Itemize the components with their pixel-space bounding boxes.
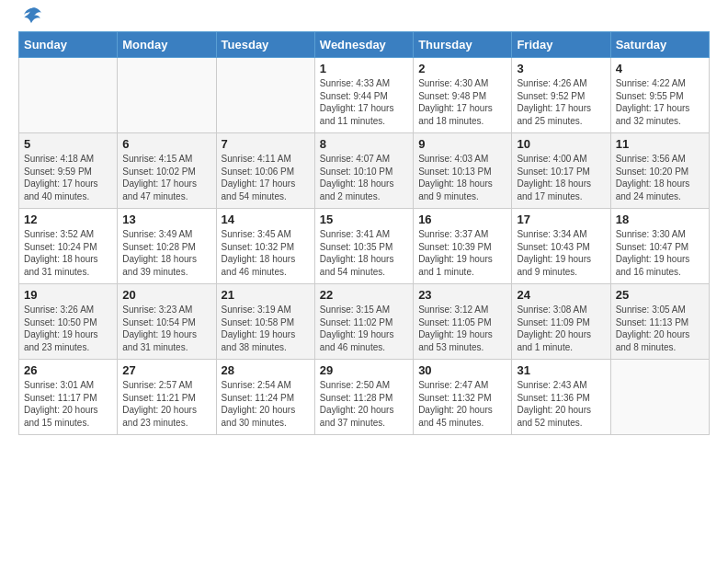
weekday-header-row: SundayMondayTuesdayWednesdayThursdayFrid… [19, 32, 710, 58]
day-number: 6 [122, 137, 210, 151]
calendar-day-16: 16Sunrise: 3:37 AM Sunset: 10:39 PM Dayl… [414, 209, 512, 284]
calendar-week-row: 5Sunrise: 4:18 AM Sunset: 9:59 PM Daylig… [19, 133, 710, 209]
calendar-day-3: 3Sunrise: 4:26 AM Sunset: 9:52 PM Daylig… [512, 58, 610, 133]
day-number: 22 [320, 288, 408, 302]
day-info: Sunrise: 3:49 AM Sunset: 10:28 PM Daylig… [122, 228, 210, 278]
day-info: Sunrise: 3:19 AM Sunset: 10:58 PM Daylig… [222, 304, 310, 353]
weekday-header-saturday: Saturday [610, 32, 709, 58]
calendar-day-12: 12Sunrise: 3:52 AM Sunset: 10:24 PM Dayl… [19, 209, 118, 284]
day-number: 21 [222, 288, 310, 302]
calendar-day-21: 21Sunrise: 3:19 AM Sunset: 10:58 PM Dayl… [216, 284, 314, 360]
day-number: 3 [517, 62, 605, 75]
logo [18, 15, 42, 26]
day-info: Sunrise: 3:45 AM Sunset: 10:32 PM Daylig… [222, 228, 310, 278]
calendar-week-row: 1Sunrise: 4:33 AM Sunset: 9:44 PM Daylig… [19, 58, 710, 133]
day-number: 10 [517, 137, 605, 151]
day-number: 29 [320, 363, 408, 377]
day-info: Sunrise: 4:26 AM Sunset: 9:52 PM Dayligh… [517, 77, 605, 127]
day-number: 13 [122, 213, 210, 226]
day-info: Sunrise: 3:01 AM Sunset: 11:17 PM Daylig… [24, 379, 112, 429]
day-info: Sunrise: 4:30 AM Sunset: 9:48 PM Dayligh… [418, 77, 506, 127]
day-info: Sunrise: 4:18 AM Sunset: 9:59 PM Dayligh… [24, 153, 112, 202]
day-info: Sunrise: 2:47 AM Sunset: 11:32 PM Daylig… [418, 379, 506, 429]
calendar-day-6: 6Sunrise: 4:15 AM Sunset: 10:02 PM Dayli… [118, 133, 216, 209]
day-info: Sunrise: 3:41 AM Sunset: 10:35 PM Daylig… [320, 228, 408, 278]
day-info: Sunrise: 2:50 AM Sunset: 11:28 PM Daylig… [320, 379, 408, 429]
day-info: Sunrise: 3:34 AM Sunset: 10:43 PM Daylig… [517, 228, 605, 278]
day-info: Sunrise: 4:07 AM Sunset: 10:10 PM Daylig… [320, 153, 408, 202]
day-number: 7 [222, 137, 310, 151]
day-info: Sunrise: 4:03 AM Sunset: 10:13 PM Daylig… [418, 153, 506, 202]
day-number: 20 [122, 288, 210, 302]
day-number: 16 [418, 213, 506, 226]
day-number: 9 [418, 137, 506, 151]
day-number: 31 [517, 363, 605, 377]
day-number: 4 [616, 62, 704, 75]
calendar-day-5: 5Sunrise: 4:18 AM Sunset: 9:59 PM Daylig… [19, 133, 118, 209]
day-info: Sunrise: 3:08 AM Sunset: 11:09 PM Daylig… [517, 304, 605, 353]
calendar-day-27: 27Sunrise: 2:57 AM Sunset: 11:21 PM Dayl… [118, 360, 216, 435]
calendar-day-10: 10Sunrise: 4:00 AM Sunset: 10:17 PM Dayl… [512, 133, 610, 209]
day-number: 8 [320, 137, 408, 151]
calendar-day-8: 8Sunrise: 4:07 AM Sunset: 10:10 PM Dayli… [314, 133, 413, 209]
day-info: Sunrise: 3:12 AM Sunset: 11:05 PM Daylig… [418, 304, 506, 353]
day-number: 27 [122, 363, 210, 377]
day-number: 25 [616, 288, 704, 302]
day-number: 28 [222, 363, 310, 377]
day-number: 17 [517, 213, 605, 226]
day-info: Sunrise: 3:56 AM Sunset: 10:20 PM Daylig… [616, 153, 704, 202]
calendar-day-19: 19Sunrise: 3:26 AM Sunset: 10:50 PM Dayl… [19, 284, 118, 360]
weekday-header-thursday: Thursday [414, 32, 512, 58]
calendar-day-empty [118, 58, 216, 133]
day-info: Sunrise: 2:54 AM Sunset: 11:24 PM Daylig… [222, 379, 310, 429]
calendar-day-23: 23Sunrise: 3:12 AM Sunset: 11:05 PM Dayl… [414, 284, 512, 360]
day-info: Sunrise: 3:37 AM Sunset: 10:39 PM Daylig… [418, 228, 506, 278]
weekday-header-friday: Friday [512, 32, 610, 58]
weekday-header-wednesday: Wednesday [314, 32, 413, 58]
weekday-header-monday: Monday [118, 32, 216, 58]
calendar-day-24: 24Sunrise: 3:08 AM Sunset: 11:09 PM Dayl… [512, 284, 610, 360]
day-number: 30 [418, 363, 506, 377]
day-info: Sunrise: 2:43 AM Sunset: 11:36 PM Daylig… [517, 379, 605, 429]
logo-bird-icon [22, 6, 42, 26]
calendar-day-29: 29Sunrise: 2:50 AM Sunset: 11:28 PM Dayl… [314, 360, 413, 435]
calendar-day-26: 26Sunrise: 3:01 AM Sunset: 11:17 PM Dayl… [19, 360, 118, 435]
calendar-day-15: 15Sunrise: 3:41 AM Sunset: 10:35 PM Dayl… [314, 209, 413, 284]
calendar-day-22: 22Sunrise: 3:15 AM Sunset: 11:02 PM Dayl… [314, 284, 413, 360]
calendar-day-7: 7Sunrise: 4:11 AM Sunset: 10:06 PM Dayli… [216, 133, 314, 209]
day-number: 14 [222, 213, 310, 226]
calendar-day-20: 20Sunrise: 3:23 AM Sunset: 10:54 PM Dayl… [118, 284, 216, 360]
calendar-week-row: 12Sunrise: 3:52 AM Sunset: 10:24 PM Dayl… [19, 209, 710, 284]
calendar-day-31: 31Sunrise: 2:43 AM Sunset: 11:36 PM Dayl… [512, 360, 610, 435]
day-info: Sunrise: 4:00 AM Sunset: 10:17 PM Daylig… [517, 153, 605, 202]
day-info: Sunrise: 3:15 AM Sunset: 11:02 PM Daylig… [320, 304, 408, 353]
calendar-day-28: 28Sunrise: 2:54 AM Sunset: 11:24 PM Dayl… [216, 360, 314, 435]
day-number: 12 [24, 213, 112, 226]
calendar-day-11: 11Sunrise: 3:56 AM Sunset: 10:20 PM Dayl… [610, 133, 709, 209]
day-info: Sunrise: 3:26 AM Sunset: 10:50 PM Daylig… [24, 304, 112, 353]
day-info: Sunrise: 2:57 AM Sunset: 11:21 PM Daylig… [122, 379, 210, 429]
calendar-table: SundayMondayTuesdayWednesdayThursdayFrid… [18, 31, 710, 435]
day-info: Sunrise: 4:15 AM Sunset: 10:02 PM Daylig… [122, 153, 210, 202]
day-number: 24 [517, 288, 605, 302]
day-info: Sunrise: 3:52 AM Sunset: 10:24 PM Daylig… [24, 228, 112, 278]
calendar-day-30: 30Sunrise: 2:47 AM Sunset: 11:32 PM Dayl… [414, 360, 512, 435]
calendar-day-13: 13Sunrise: 3:49 AM Sunset: 10:28 PM Dayl… [118, 209, 216, 284]
day-number: 19 [24, 288, 112, 302]
day-number: 2 [418, 62, 506, 75]
calendar-day-empty [610, 360, 709, 435]
day-info: Sunrise: 3:23 AM Sunset: 10:54 PM Daylig… [122, 304, 210, 353]
day-info: Sunrise: 4:22 AM Sunset: 9:55 PM Dayligh… [616, 77, 704, 127]
calendar-day-25: 25Sunrise: 3:05 AM Sunset: 11:13 PM Dayl… [610, 284, 709, 360]
day-info: Sunrise: 4:33 AM Sunset: 9:44 PM Dayligh… [320, 77, 408, 127]
day-number: 11 [616, 137, 704, 151]
day-number: 5 [24, 137, 112, 151]
calendar-day-9: 9Sunrise: 4:03 AM Sunset: 10:13 PM Dayli… [414, 133, 512, 209]
page-header [18, 15, 710, 26]
day-info: Sunrise: 4:11 AM Sunset: 10:06 PM Daylig… [222, 153, 310, 202]
calendar-day-17: 17Sunrise: 3:34 AM Sunset: 10:43 PM Dayl… [512, 209, 610, 284]
day-number: 15 [320, 213, 408, 226]
day-number: 1 [320, 62, 408, 75]
calendar-week-row: 26Sunrise: 3:01 AM Sunset: 11:17 PM Dayl… [19, 360, 710, 435]
weekday-header-sunday: Sunday [19, 32, 118, 58]
